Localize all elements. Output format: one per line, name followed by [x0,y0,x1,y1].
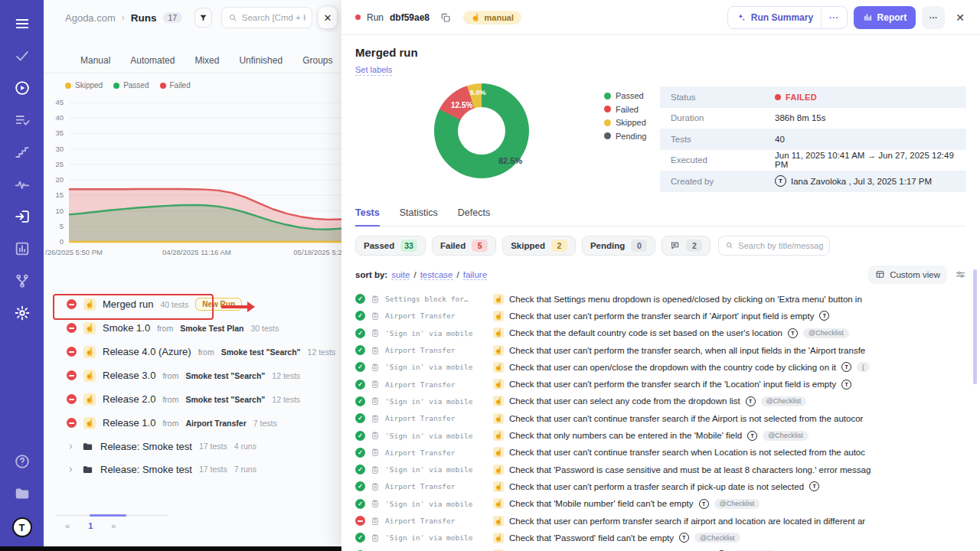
page-current[interactable]: 1 [88,521,93,530]
run-summary-more-button[interactable]: ··· [822,7,847,28]
sort-link-testcase[interactable]: testcase [420,270,453,280]
runs-tab-manual[interactable]: Manual [80,55,110,67]
milestones-icon[interactable] [14,144,31,161]
donut-legend: PassedFailedSkippedPending [604,91,646,192]
manual-test-icon: ☝ [493,311,504,321]
settings-icon[interactable] [14,305,31,321]
filter-chip-pending[interactable]: Pending0 [582,236,655,256]
legend-item-failed: Failed [160,81,191,90]
sort-link-suite[interactable]: suite [391,270,410,280]
test-suite: 'Sign in' via mobile [385,465,488,474]
runs-history-chart: 051015202530354045 [44,98,341,260]
test-suite: Airport Transfer [385,517,488,525]
run-summary-button[interactable]: Run Summary [728,7,822,28]
run-row[interactable]: ☝Smoke 1.0fromSmoke Test Plan30 tests [44,316,341,340]
set-labels-link[interactable]: Set labels [355,65,392,76]
run-group-row[interactable]: Release: Smoke test17 tests7 runs [44,458,341,481]
report-button[interactable]: Report [854,6,916,29]
test-tag: @Checklist [761,396,807,406]
test-suite: 'Sign in' via mobile [385,397,488,406]
breadcrumb-page[interactable]: Runs [131,12,157,24]
more-actions-button[interactable]: ··· [922,6,945,29]
view-settings-icon[interactable] [955,269,966,280]
vertical-scrollbar-thumb[interactable] [973,269,977,384]
runs-tab-mixed[interactable]: Mixed [194,55,219,67]
run-plan: Airport Transfer [185,419,246,428]
testcases-icon[interactable] [14,47,31,64]
runs-tab-unfinished[interactable]: Unfinished [239,55,283,67]
runs-search-input[interactable] [242,13,305,22]
chip-count: 5 [472,240,488,252]
test-row[interactable]: ✓'Sign in' via mobile☝Check that 'Passwo… [355,461,966,478]
page-next[interactable]: » [111,521,116,530]
test-row[interactable]: ✓'Sign in' via mobile☝Check that 'Mobile… [355,495,966,512]
run-group-row[interactable]: Release: Smoke test17 tests4 runs [44,435,341,458]
page-prev[interactable]: « [65,521,70,530]
test-row[interactable]: ✓Airport Transfer☝Check that user can't … [355,444,966,461]
tab-defects[interactable]: Defects [458,207,490,226]
custom-view-button[interactable]: Custom view [868,266,947,284]
test-title: Check that Settings menu dropdown is ope… [509,295,862,304]
close-run-panel-button[interactable]: ✕ [951,11,969,24]
user-avatar[interactable]: T [12,517,32,537]
tests-search-box[interactable] [718,236,830,256]
help-icon[interactable] [14,453,31,470]
manual-hand-icon: ☝ [471,13,480,21]
copy-icon[interactable] [440,12,451,23]
import-icon[interactable] [14,208,31,225]
test-row[interactable]: ✓Airport Transfer☝Check that user can't … [355,376,966,393]
comments-filter-chip[interactable]: 2 [662,236,710,256]
reports-icon[interactable] [14,240,31,257]
run-row[interactable]: ☝Release 4.0 (Azure)fromSmoke test "Sear… [44,340,341,364]
test-row[interactable]: ✓'Sign in' via mobile☝Check that the def… [355,324,966,341]
assignee-avatar: T [841,362,851,372]
shared-steps-icon[interactable] [14,112,31,129]
test-row[interactable]: ✓Airport Transfer☝Check that user can't … [355,410,966,427]
integrations-icon[interactable] [14,272,31,289]
panel-close-button[interactable]: ✕ [318,7,337,28]
horizontal-scrollbar[interactable] [56,514,168,517]
chevron-right-icon[interactable] [67,442,75,451]
test-row[interactable]: ✓'Sign in' via mobile☝Check that 'Passwo… [355,530,966,546]
filter-chip-failed[interactable]: Failed5 [432,236,496,256]
filter-chip-passed[interactable]: Passed33 [355,236,426,256]
scrollbar-thumb[interactable] [90,514,126,517]
projects-icon[interactable] [14,485,31,502]
filter-chip-skipped[interactable]: Skipped2 [502,236,576,256]
pagination: « 1 » [65,521,116,530]
test-row[interactable]: ✓'Sign in' via mobile☝Check that 'Mobile… [355,546,966,551]
tab-tests[interactable]: Tests [355,207,380,227]
filter-button[interactable] [194,8,212,28]
test-title: Check that user can't continue transfer … [509,414,863,423]
run-row[interactable]: ☝Release 2.0fromSmoke test "Search"12 te… [44,387,341,411]
runs-search-box[interactable] [221,7,312,28]
run-row[interactable]: ☝Release 3.0fromSmoke test "Search"12 te… [44,364,341,387]
test-row[interactable]: ✓Airport Transfer☝Check that user can't … [355,341,966,358]
runs-tab-automated[interactable]: Automated [130,55,175,67]
chevron-right-icon[interactable] [67,465,75,474]
test-row[interactable]: ✓Airport Transfer☝Check that user can't … [355,308,966,324]
run-details-table: StatusFAILEDDuration386h 8m 15sTests40Ex… [660,86,966,192]
run-actions: Run Summary ··· Report ··· ✕ [727,6,969,29]
runs-icon[interactable] [14,80,31,96]
run-detail-header: Run dbf59ae8 ☝ manual Run Summary ··· Re… [341,0,980,35]
test-status-passed-icon: ✓ [355,362,365,372]
breadcrumb-project[interactable]: Agoda.com [65,12,116,24]
menu-icon[interactable] [14,15,31,32]
group-tests-count: 17 tests [199,465,227,474]
tests-search-input[interactable] [738,241,823,250]
activity-icon[interactable] [14,176,31,193]
runs-tab-groups[interactable]: Groups [302,55,332,67]
test-row[interactable]: ✓Settings block for…☝Check that Settings… [355,291,966,308]
test-suite: Airport Transfer [385,482,488,491]
tab-statistics[interactable]: Statistics [400,207,438,226]
run-row[interactable]: ☝Release 1.0fromAirport Transfer7 tests [44,411,341,435]
test-row[interactable]: ✓'Sign in' via mobile☝Check that user ca… [355,359,966,376]
sort-link-failure[interactable]: failure [463,270,487,280]
test-row[interactable]: ✓'Sign in' via mobile☝Check that user ca… [355,393,966,409]
test-row[interactable]: Airport Transfer☝Check that user can per… [355,512,966,529]
manual-test-icon: ☝ [493,430,504,441]
run-row[interactable]: ☝Merged run40 testsNew Run [44,292,341,316]
test-row[interactable]: ✓Airport Transfer☝Check that user can't … [355,478,966,495]
test-row[interactable]: ✓'Sign in' via mobile☝Check that only nu… [355,427,966,444]
